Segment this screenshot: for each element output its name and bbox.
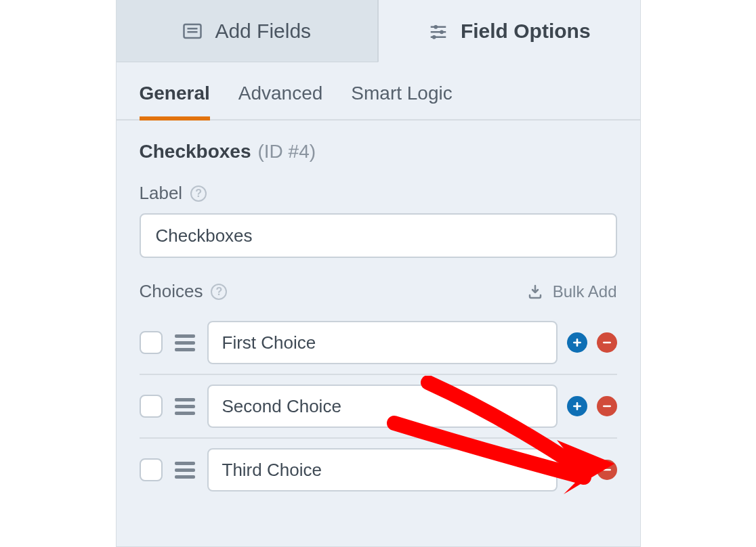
field-options-panel: Add Fields Field Options General Advance…: [116, 0, 641, 547]
sub-tabs: General Advanced Smart Logic: [117, 62, 640, 121]
bulk-add-button[interactable]: Bulk Add: [527, 282, 617, 301]
sliders-icon: [428, 21, 448, 41]
choice-row: [140, 439, 617, 501]
list-icon: [182, 21, 203, 41]
add-choice-button[interactable]: [567, 396, 587, 416]
download-icon: [527, 284, 543, 300]
help-icon[interactable]: ?: [211, 284, 227, 300]
choices-header-row: Choices ? Bulk Add: [140, 281, 617, 302]
content-area: Checkboxes (ID #4) Label ? Choices ? Bul…: [117, 121, 640, 515]
tab-add-fields-label: Add Fields: [215, 20, 311, 43]
svg-point-6: [440, 30, 444, 34]
add-choice-button[interactable]: [567, 332, 587, 353]
plus-icon: [572, 401, 583, 412]
svg-point-8: [432, 35, 436, 39]
field-type-label: Checkboxes: [140, 141, 251, 162]
label-input[interactable]: [140, 213, 617, 258]
plus-icon: [572, 337, 583, 348]
minus-icon: [602, 337, 612, 348]
choice-default-checkbox[interactable]: [140, 395, 163, 418]
drag-handle-icon[interactable]: [172, 398, 198, 415]
field-title: Checkboxes (ID #4): [140, 141, 617, 162]
choice-row: [140, 311, 617, 375]
remove-choice-button[interactable]: [597, 396, 617, 416]
sub-tab-smart-logic[interactable]: Smart Logic: [351, 83, 452, 121]
add-choice-button[interactable]: [567, 460, 587, 480]
label-section-title: Label ?: [140, 183, 207, 204]
help-icon[interactable]: ?: [190, 185, 207, 202]
svg-point-4: [434, 24, 438, 28]
tab-field-options-label: Field Options: [461, 20, 591, 43]
drag-handle-icon[interactable]: [172, 462, 198, 479]
remove-choice-button[interactable]: [597, 460, 617, 480]
choice-input[interactable]: [207, 321, 558, 364]
choice-default-checkbox[interactable]: [140, 458, 163, 481]
choices-text: Choices: [140, 281, 203, 302]
label-header-row: Label ?: [140, 183, 617, 204]
choice-input[interactable]: [207, 448, 558, 491]
sub-tab-advanced[interactable]: Advanced: [238, 83, 323, 121]
sub-tab-general[interactable]: General: [140, 83, 210, 121]
plus-icon: [572, 464, 583, 475]
tab-field-options[interactable]: Field Options: [378, 0, 640, 62]
tab-add-fields[interactable]: Add Fields: [117, 0, 379, 62]
minus-icon: [602, 464, 612, 475]
label-text: Label: [140, 183, 183, 204]
remove-choice-button[interactable]: [597, 332, 617, 353]
choice-default-checkbox[interactable]: [140, 331, 163, 354]
choice-input[interactable]: [207, 385, 558, 428]
choices-section-title: Choices ?: [140, 281, 228, 302]
main-tabs: Add Fields Field Options: [117, 0, 640, 62]
field-id-label: (ID #4): [257, 141, 316, 162]
minus-icon: [602, 401, 612, 412]
drag-handle-icon[interactable]: [172, 334, 198, 351]
bulk-add-label: Bulk Add: [553, 282, 617, 301]
choice-row: [140, 375, 617, 439]
